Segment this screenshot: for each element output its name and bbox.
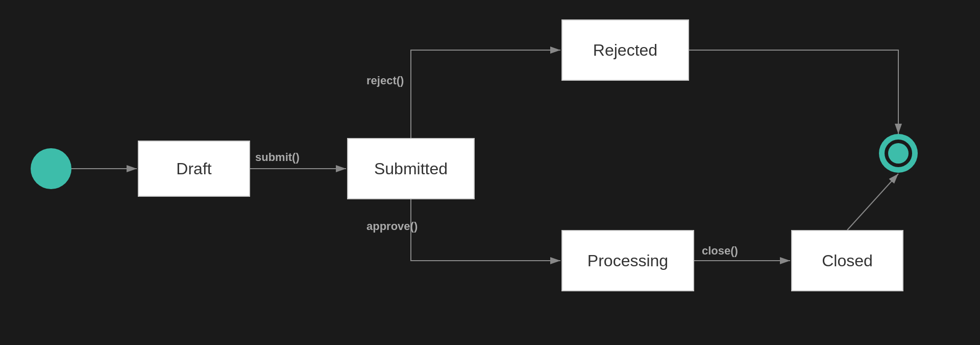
initial-state: [31, 148, 71, 189]
state-closed: Closed: [791, 230, 903, 291]
approve-label-text: approve(): [366, 220, 418, 233]
state-draft-label: Draft: [176, 159, 211, 178]
svg-line-5: [847, 174, 898, 230]
state-processing-label: Processing: [587, 251, 668, 270]
submit-label-text: submit(): [255, 151, 300, 164]
diagram-canvas: Draft submit() Submitted reject() approv…: [0, 0, 980, 345]
state-rejected-label: Rejected: [593, 41, 657, 60]
state-submitted-label: Submitted: [374, 159, 448, 178]
transition-reject-label: reject(): [366, 74, 404, 87]
state-draft: Draft: [138, 141, 250, 197]
close-label-text: close(): [702, 244, 738, 257]
state-rejected: Rejected: [561, 19, 689, 81]
transition-submit-label: submit(): [255, 151, 300, 164]
final-state-inner: [888, 143, 909, 164]
state-processing: Processing: [561, 230, 694, 291]
reject-label-text: reject(): [366, 74, 404, 87]
state-closed-label: Closed: [822, 251, 873, 270]
state-submitted: Submitted: [347, 138, 475, 199]
transition-approve-label: approve(): [366, 220, 418, 233]
transition-close-label: close(): [702, 244, 738, 258]
